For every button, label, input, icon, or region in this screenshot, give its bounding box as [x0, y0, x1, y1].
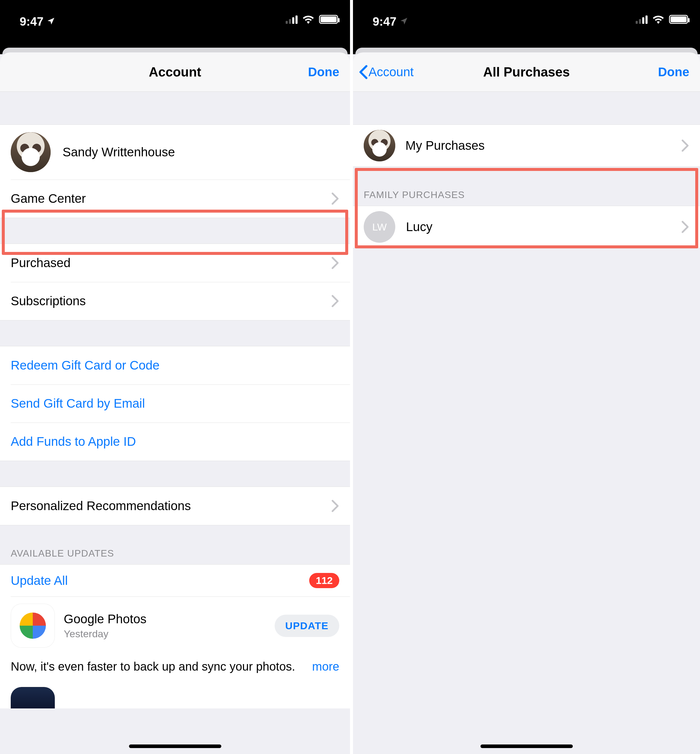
phone-left: 9:47 Account Done Sandy Writtenhouse Gam… [0, 0, 350, 754]
app-date: Yesterday [64, 628, 275, 640]
update-all-label: Update All [11, 573, 309, 588]
status-bar: 9:47 [353, 0, 700, 48]
cellular-icon [286, 15, 298, 24]
family-member-row[interactable]: LW Lucy [353, 206, 700, 248]
status-bar: 9:47 [0, 0, 350, 48]
chevron-right-icon [331, 500, 339, 512]
more-link[interactable]: more [312, 659, 339, 674]
clock-text: 9:47 [20, 15, 44, 28]
page-title: All Purchases [483, 65, 570, 80]
done-button[interactable]: Done [658, 65, 689, 79]
subscriptions-label: Subscriptions [11, 294, 331, 308]
wifi-icon [652, 15, 664, 24]
page-title: Account [149, 65, 202, 80]
redeem-row[interactable]: Redeem Gift Card or Code [0, 347, 350, 384]
my-purchases-row[interactable]: My Purchases [353, 125, 700, 167]
profile-name: Sandy Writtenhouse [62, 145, 339, 159]
next-app-icon-peek [11, 687, 55, 709]
location-icon [47, 15, 55, 28]
purchased-row[interactable]: Purchased [0, 244, 350, 282]
clock-text: 9:47 [373, 15, 397, 28]
send-gift-row[interactable]: Send Gift Card by Email [0, 384, 350, 423]
family-member-name: Lucy [406, 220, 681, 234]
game-center-row[interactable]: Game Center [0, 180, 350, 218]
chevron-right-icon [331, 295, 339, 307]
done-button[interactable]: Done [308, 65, 339, 79]
avatar [11, 132, 51, 172]
status-time: 9:47 [373, 15, 408, 28]
app-description-text: Now, it's even faster to back up and syn… [11, 660, 295, 673]
my-purchases-label: My Purchases [405, 139, 681, 153]
status-right [636, 15, 688, 24]
purchased-label: Purchased [11, 256, 331, 270]
personalized-label: Personalized Recommendations [11, 499, 331, 513]
app-icon-google-photos [11, 604, 55, 648]
app-name: Google Photos [64, 612, 275, 626]
phone-right: 9:47 Account All Purchases Done My Purch… [350, 0, 700, 754]
chevron-right-icon [331, 257, 339, 269]
personalized-row[interactable]: Personalized Recommendations [0, 487, 350, 525]
send-gift-label: Send Gift Card by Email [11, 397, 339, 411]
add-funds-label: Add Funds to Apple ID [11, 434, 339, 449]
content-area: Sandy Writtenhouse Game Center Purchased… [0, 92, 350, 754]
content-area: My Purchases FAMILY PURCHASES LW Lucy [353, 92, 700, 754]
location-icon [400, 15, 408, 28]
updates-header: AVAILABLE UPDATES [0, 525, 350, 564]
status-right [286, 15, 338, 24]
chevron-right-icon [681, 139, 689, 152]
add-funds-row[interactable]: Add Funds to Apple ID [0, 423, 350, 461]
navbar: Account All Purchases Done [353, 52, 700, 92]
wifi-icon [302, 15, 314, 24]
app-update-row[interactable]: Google Photos Yesterday UPDATE [0, 596, 350, 651]
battery-icon [319, 15, 338, 24]
avatar [364, 130, 395, 161]
subscriptions-row[interactable]: Subscriptions [0, 282, 350, 320]
back-button[interactable]: Account [359, 65, 414, 79]
update-count-badge: 112 [309, 573, 339, 588]
home-indicator[interactable] [129, 745, 221, 748]
chevron-left-icon [359, 65, 368, 79]
update-button[interactable]: UPDATE [275, 615, 339, 637]
cellular-icon [636, 15, 648, 24]
app-description: Now, it's even faster to back up and syn… [0, 651, 350, 677]
status-time: 9:47 [20, 15, 55, 28]
chevron-right-icon [331, 192, 339, 205]
family-header: FAMILY PURCHASES [353, 167, 700, 206]
redeem-label: Redeem Gift Card or Code [11, 358, 339, 373]
chevron-right-icon [681, 221, 689, 233]
navbar: Account Done [0, 52, 350, 92]
update-all-row[interactable]: Update All 112 [0, 565, 350, 596]
profile-row[interactable]: Sandy Writtenhouse [0, 125, 350, 180]
home-indicator[interactable] [480, 745, 573, 748]
avatar-initials: LW [364, 211, 395, 243]
battery-icon [669, 15, 688, 24]
back-label: Account [369, 65, 414, 79]
game-center-label: Game Center [11, 192, 331, 206]
